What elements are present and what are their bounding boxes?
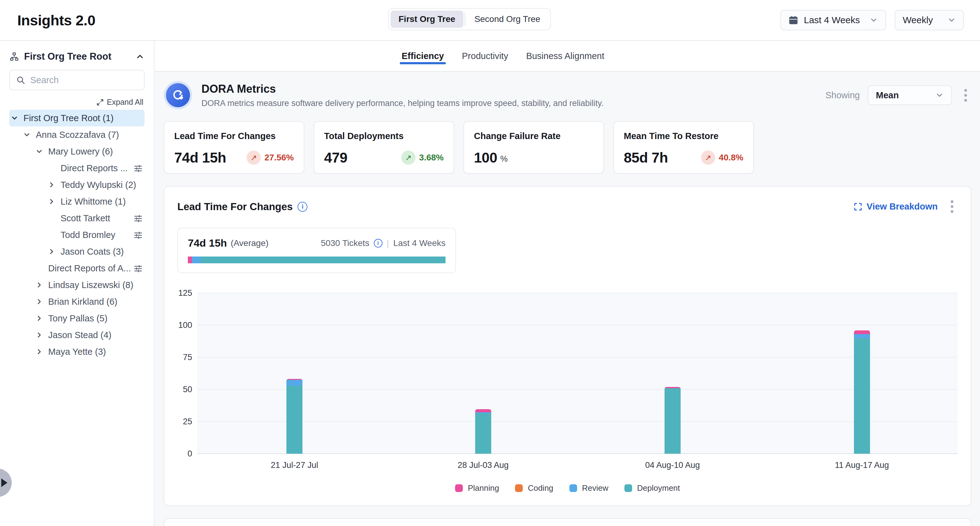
metric-card: Change Failure Rate100%	[463, 121, 604, 174]
granularity-select[interactable]: Weekly	[895, 10, 964, 30]
metric-card: Lead Time For Changes74d 15h↗27.56%	[164, 121, 304, 174]
org-toggle-first[interactable]: First Org Tree	[391, 11, 463, 28]
tree-row[interactable]: Direct Reports of A...	[9, 260, 145, 277]
expand-all-icon	[96, 99, 104, 106]
tree-row[interactable]: Anna Scozzafava (7)	[9, 126, 145, 143]
sidebar-collapse-handle[interactable]	[0, 469, 12, 497]
dora-kebab-menu[interactable]	[960, 86, 971, 105]
tree-item-label: First Org Tree Root (1)	[24, 113, 114, 123]
info-icon[interactable]: i	[298, 202, 307, 212]
stacked-bar-28-Jul-03-Aug[interactable]	[475, 409, 491, 454]
tree-item-label: Direct Reports of A...	[48, 263, 131, 274]
tree-row[interactable]: Mary Lowery (6)	[9, 143, 145, 160]
view-breakdown-button[interactable]: View Breakdown	[854, 201, 938, 212]
trend-arrow-icon: ↗	[401, 150, 415, 165]
x-axis-label: 04 Aug-10 Aug	[645, 461, 700, 470]
lead-time-kebab-menu[interactable]	[946, 197, 958, 216]
chevron-right-icon[interactable]	[35, 281, 48, 289]
legend-item-deployment: Deployment	[624, 483, 680, 493]
tree-row[interactable]: Maya Yette (3)	[9, 343, 145, 360]
phase-segment-deployment	[201, 257, 445, 263]
bar-segment-deployment	[286, 386, 302, 454]
lead-time-section-title: Lead Time For Changes i	[177, 201, 307, 213]
chevron-right-icon[interactable]	[35, 331, 48, 339]
search-input[interactable]	[30, 75, 138, 85]
dora-controls: Showing Mean	[826, 85, 971, 105]
top-bar: Insights 2.0 First Org Tree Second Org T…	[0, 0, 980, 41]
tree-row[interactable]: Brian Kirkland (6)	[9, 293, 145, 310]
info-icon[interactable]: i	[374, 239, 382, 247]
dora-description: DORA metrics measure software delivery p…	[201, 99, 604, 108]
lead-time-title-text: Lead Time For Changes	[177, 201, 293, 213]
metric-value-row: 100%	[474, 149, 593, 166]
trend-percentage: 27.56%	[264, 153, 294, 163]
stacked-bar-21-Jul-27-Jul[interactable]	[286, 379, 302, 454]
filter-sliders-icon[interactable]	[134, 164, 143, 173]
chevron-down-icon[interactable]	[11, 114, 24, 122]
date-range-select[interactable]: Last 4 Weeks	[780, 10, 886, 30]
tree-row[interactable]: Liz Whittome (1)	[9, 193, 145, 210]
stacked-bar-04-Aug-10-Aug[interactable]	[665, 387, 681, 454]
metric-cards: Lead Time For Changes74d 15h↗27.56%Total…	[164, 121, 971, 174]
chevron-down-icon[interactable]	[23, 131, 36, 139]
showing-select[interactable]: Mean	[868, 85, 952, 105]
filter-sliders-icon[interactable]	[134, 264, 143, 273]
tree-row[interactable]: Jason Coats (3)	[9, 243, 145, 260]
chevron-right-icon[interactable]	[35, 298, 48, 306]
chevron-right-icon[interactable]	[35, 314, 48, 322]
metric-unit: %	[500, 154, 508, 164]
sidebar-header[interactable]: First Org Tree Root	[9, 43, 145, 70]
main-area: EfficiencyProductivityBusiness Alignment…	[154, 41, 980, 526]
tree-row[interactable]: Teddy Wylupski (2)	[9, 177, 145, 193]
chevron-right-icon[interactable]	[35, 347, 48, 356]
gridline-0	[197, 453, 958, 454]
tab-productivity[interactable]: Productivity	[462, 41, 508, 71]
filter-sliders-icon[interactable]	[134, 230, 143, 239]
tree-row[interactable]: Tony Pallas (5)	[9, 310, 145, 327]
app-title: Insights 2.0	[17, 12, 95, 29]
gridline-50	[197, 389, 958, 390]
summary-meta: 5030 Tickets i | Last 4 Weeks	[321, 238, 445, 248]
tree-row[interactable]: Scott Tarkett	[9, 210, 145, 226]
bar-segment-deployment	[665, 388, 681, 454]
sidebar-search[interactable]	[9, 70, 145, 90]
tab-business-alignment[interactable]: Business Alignment	[526, 41, 604, 71]
bar-segment-review	[854, 334, 870, 338]
x-axis-label: 21 Jul-27 Jul	[271, 461, 318, 470]
tree-row[interactable]: Lindsay Liszewski (8)	[9, 277, 145, 293]
org-tree: First Org Tree Root (1)Anna Scozzafava (…	[9, 110, 145, 360]
tabs: EfficiencyProductivityBusiness Alignment	[402, 41, 604, 71]
chevron-right-icon[interactable]	[48, 198, 60, 206]
chevron-down-icon[interactable]	[35, 147, 48, 155]
expand-all-label: Expand All	[107, 98, 143, 107]
showing-label: Showing	[826, 90, 860, 100]
tree-item-label: Tony Pallas (5)	[48, 313, 108, 324]
tree-row[interactable]: Direct Reports ...	[9, 160, 145, 177]
x-axis-label: 28 Jul-03 Aug	[458, 461, 509, 470]
tab-efficiency[interactable]: Efficiency	[402, 41, 444, 71]
tree-row[interactable]: First Org Tree Root (1)	[9, 110, 145, 126]
chevron-up-icon[interactable]	[135, 52, 145, 61]
chevron-right-icon[interactable]	[48, 181, 60, 189]
bar-segment-deployment	[854, 338, 870, 454]
stacked-bar-11-Aug-17-Aug[interactable]	[854, 330, 870, 454]
tree-row[interactable]: Jason Stead (4)	[9, 327, 145, 343]
chevron-down-icon	[869, 16, 878, 24]
expand-all-button[interactable]: Expand All	[9, 98, 143, 107]
divider: |	[387, 238, 389, 248]
metric-value: 74d 15h	[174, 149, 226, 166]
chart-plot-area: 025507510012521 Jul-27 Jul28 Jul-03 Aug0…	[197, 293, 958, 454]
chevron-right-icon[interactable]	[48, 247, 60, 256]
average-label: (Average)	[231, 238, 269, 248]
y-axis-tick-label: 125	[178, 289, 192, 298]
tree-item-label: Teddy Wylupski (2)	[60, 180, 136, 190]
trend-percentage: 40.8%	[719, 153, 743, 163]
legend-label: Review	[582, 483, 608, 493]
metric-title: Total Deployments	[324, 131, 444, 141]
filter-sliders-icon[interactable]	[134, 214, 143, 223]
y-axis-tick-label: 50	[183, 385, 192, 394]
tree-row[interactable]: Todd Bromley	[9, 226, 145, 243]
view-breakdown-label: View Breakdown	[867, 201, 938, 212]
lead-time-section: Lead Time For Changes i View Breakdown	[164, 186, 971, 506]
org-toggle-second[interactable]: Second Org Tree	[466, 11, 548, 28]
